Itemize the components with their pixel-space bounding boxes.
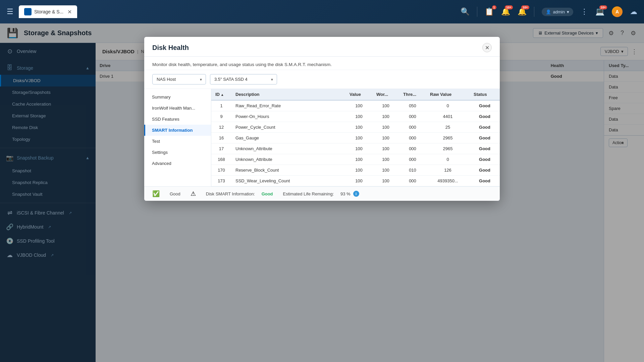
- admin-label: admin: [553, 9, 565, 14]
- user-icon: 👤: [546, 9, 551, 14]
- hamburger-icon[interactable]: ☰: [7, 7, 13, 16]
- smart-cell-status: Good: [470, 111, 500, 122]
- col-header-description[interactable]: Description: [231, 89, 345, 100]
- smart-cell-threshold: 000: [399, 176, 426, 186]
- footer-good-label: Good: [170, 191, 180, 196]
- modal-description: Monitor disk health, temperature, and us…: [144, 57, 500, 70]
- topbar-left: ☰ Storage & S... ✕: [7, 5, 77, 18]
- smart-cell-raw: 4401: [426, 111, 470, 122]
- modal-sidebar-ironwolf[interactable]: IronWolf Health Man...: [144, 103, 211, 114]
- modal-close-button[interactable]: ✕: [482, 43, 492, 52]
- footer-warn-icon: ⚠: [191, 190, 196, 197]
- update-badge: 10+: [599, 5, 607, 9]
- footer-life-text: Estimated Life Remaining:: [283, 191, 334, 196]
- smart-cell-status: Good: [470, 154, 500, 165]
- col-header-id[interactable]: ID: [211, 89, 231, 100]
- smart-cell-raw: 2965: [426, 143, 470, 154]
- smart-cell-status: Good: [470, 143, 500, 154]
- smart-cell-value: 100: [345, 133, 372, 143]
- smart-cell-id: 16: [211, 133, 231, 143]
- modal-sidebar-smart-info[interactable]: SMART Information: [144, 125, 211, 136]
- smart-cell-threshold: 000: [399, 133, 426, 143]
- smart-cell-desc: Unknown_Attribute: [231, 154, 345, 165]
- smart-cell-value: 100: [345, 165, 372, 176]
- smart-cell-value: 100: [345, 100, 372, 111]
- footer-check-icon: ✅: [152, 190, 160, 197]
- modal-header: Disk Health ✕: [144, 37, 500, 57]
- smart-cell-desc: Raw_Read_Error_Rate: [231, 100, 345, 111]
- update-icon[interactable]: 💻 10+: [595, 7, 604, 16]
- smart-cell-status: Good: [470, 176, 500, 186]
- smart-cell-value: 100: [345, 154, 372, 165]
- disk-select[interactable]: 3.5" SATA SSD 4: [210, 74, 277, 84]
- avatar[interactable]: A: [612, 6, 623, 17]
- smart-cell-id: 12: [211, 122, 231, 133]
- smart-cell-worse: 100: [372, 122, 399, 133]
- smart-table-row: 168 Unknown_Attribute 100 100 000 0 Good: [211, 154, 500, 165]
- cloud-icon[interactable]: ☁: [630, 7, 637, 16]
- smart-table-row: 170 Reserve_Block_Count 100 100 010 126 …: [211, 165, 500, 176]
- smart-table-row: 1 Raw_Read_Error_Rate 100 100 050 0 Good: [211, 100, 500, 111]
- alerts-icon[interactable]: 🔔 10+: [501, 7, 510, 16]
- modal-sidebar-settings[interactable]: Settings: [144, 147, 211, 158]
- life-info-icon[interactable]: i: [353, 191, 359, 197]
- modal-overlay: Disk Health ✕ Monitor disk health, tempe…: [0, 23, 644, 362]
- tab-storage-snapshots[interactable]: Storage & S... ✕: [19, 5, 77, 18]
- smart-cell-value: 100: [345, 122, 372, 133]
- notifications-badge: 10+: [521, 5, 529, 9]
- footer-smart-value: Good: [262, 191, 273, 196]
- disk-select-wrapper[interactable]: 3.5" SATA SSD 4: [210, 74, 277, 84]
- modal-inner: Summary IronWolf Health Man... SSD Featu…: [144, 89, 500, 186]
- col-header-status[interactable]: Status: [470, 89, 500, 100]
- smart-cell-status: Good: [470, 133, 500, 143]
- smart-cell-desc: Gas_Gauge: [231, 133, 345, 143]
- smart-cell-threshold: 000: [399, 122, 426, 133]
- smart-table-row: 9 Power-On_Hours 100 100 000 4401 Good: [211, 111, 500, 122]
- tab-app-icon: [24, 8, 32, 15]
- modal-sidebar: Summary IronWolf Health Man... SSD Featu…: [144, 89, 211, 186]
- modal-top-controls: NAS Host 3.5" SATA SSD 4: [144, 70, 500, 89]
- nas-host-select-wrapper[interactable]: NAS Host: [152, 74, 206, 84]
- tasks-badge: 1: [492, 5, 496, 9]
- smart-cell-worse: 100: [372, 111, 399, 122]
- smart-cell-id: 170: [211, 165, 231, 176]
- admin-menu[interactable]: 👤 admin ▾: [542, 8, 573, 16]
- smart-cell-worse: 100: [372, 154, 399, 165]
- modal-sidebar-ssd-features[interactable]: SSD Features: [144, 114, 211, 125]
- smart-cell-worse: 100: [372, 165, 399, 176]
- tab-label: Storage & S...: [34, 9, 63, 14]
- smart-cell-threshold: 000: [399, 111, 426, 122]
- smart-cell-threshold: 000: [399, 143, 426, 154]
- search-icon[interactable]: 🔍: [461, 7, 470, 16]
- smart-cell-raw: 4939350...: [426, 176, 470, 186]
- tab-close-icon[interactable]: ✕: [67, 9, 72, 15]
- smart-table-row: 16 Gas_Gauge 100 100 000 2965 Good: [211, 133, 500, 143]
- modal-sidebar-advanced[interactable]: Advanced: [144, 158, 211, 169]
- smart-cell-id: 17: [211, 143, 231, 154]
- tasks-icon[interactable]: 📋 1: [485, 7, 494, 16]
- smart-cell-desc: Reserve_Block_Count: [231, 165, 345, 176]
- footer-smart-text: Disk SMART Information:: [206, 191, 255, 196]
- col-header-threshold[interactable]: Thre...: [399, 89, 426, 100]
- more-dots-icon[interactable]: ⋮: [581, 7, 588, 16]
- admin-chevron: ▾: [567, 9, 569, 14]
- topbar-right: 🔍 📋 1 🔔 10+ 🔔 10+ 👤 admin ▾ ⋮ 💻 10+ A ☁: [461, 6, 637, 17]
- modal-sidebar-summary[interactable]: Summary: [144, 92, 211, 103]
- alerts-badge: 10+: [505, 5, 513, 9]
- smart-table-row: 12 Power_Cycle_Count 100 100 000 25 Good: [211, 122, 500, 133]
- smart-table-row: 17 Unknown_Attribute 100 100 000 2965 Go…: [211, 143, 500, 154]
- smart-cell-worse: 100: [372, 143, 399, 154]
- topbar: ☰ Storage & S... ✕ 🔍 📋 1 🔔 10+ 🔔 10+ 👤 a…: [0, 0, 644, 23]
- col-header-value[interactable]: Value: [345, 89, 372, 100]
- nas-host-select[interactable]: NAS Host: [152, 74, 206, 84]
- smart-cell-id: 1: [211, 100, 231, 111]
- col-header-raw-value[interactable]: Raw Value: [426, 89, 470, 100]
- modal-sidebar-test[interactable]: Test: [144, 136, 211, 147]
- footer-life-value: 93 %: [340, 191, 351, 196]
- smart-cell-desc: Power-On_Hours: [231, 111, 345, 122]
- modal-table-area: ID Description Value Wor... Thre... Raw …: [211, 89, 500, 186]
- notifications-icon[interactable]: 🔔 10+: [518, 7, 527, 16]
- col-header-worse[interactable]: Wor...: [372, 89, 399, 100]
- smart-cell-id: 173: [211, 176, 231, 186]
- smart-cell-raw: 2965: [426, 133, 470, 143]
